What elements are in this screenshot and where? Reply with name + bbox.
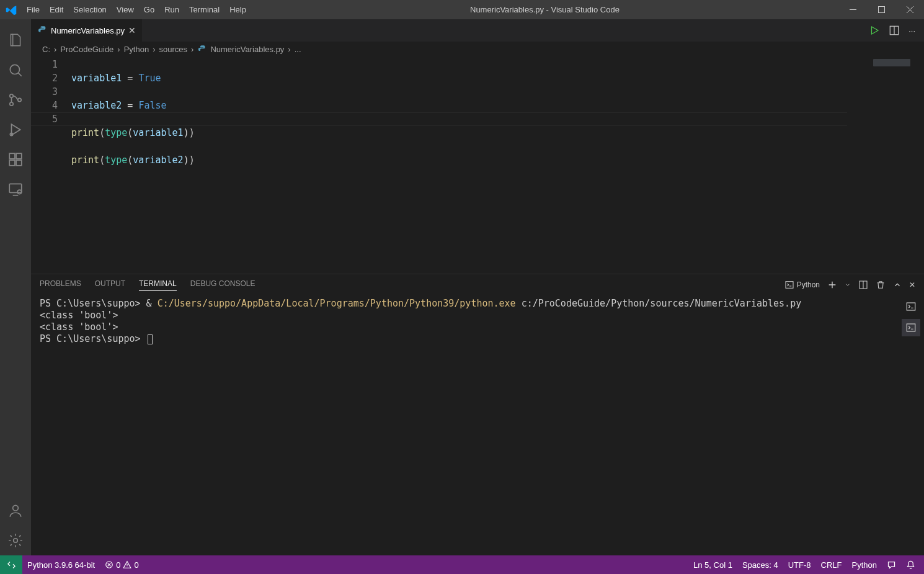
kill-terminal-icon[interactable]: [876, 280, 886, 290]
panel-tab-problems[interactable]: Problems: [40, 279, 81, 290]
panel-tab-output[interactable]: Output: [95, 279, 125, 290]
code-token: True: [138, 73, 161, 84]
svg-point-15: [40, 27, 41, 28]
breadcrumb-more[interactable]: ...: [295, 45, 301, 54]
menu-help[interactable]: Help: [224, 0, 251, 19]
menu-edit[interactable]: Edit: [45, 0, 68, 19]
line-numbers: 1 2 3 4 5: [31, 56, 71, 274]
breadcrumb-drive[interactable]: C:: [42, 45, 50, 54]
breadcrumb-p1[interactable]: ProCodeGuide: [60, 45, 113, 54]
code-token: =: [122, 73, 138, 84]
term-line: <class 'bool'>: [40, 310, 118, 321]
svg-point-13: [13, 505, 19, 511]
code-token: type: [105, 155, 127, 166]
svg-rect-9: [16, 160, 22, 166]
split-terminal-icon[interactable]: [858, 280, 868, 290]
close-button[interactable]: [895, 0, 924, 19]
panel-tab-terminal[interactable]: Terminal: [139, 279, 177, 291]
chevron-right-icon: ›: [288, 45, 290, 54]
minimap[interactable]: [847, 56, 915, 274]
run-debug-icon[interactable]: [1, 115, 30, 145]
svg-rect-20: [907, 324, 915, 331]
svg-point-12: [17, 190, 22, 194]
line-number: 3: [31, 85, 58, 99]
tab-numericvariables[interactable]: NumericVariables.py ✕: [31, 19, 143, 42]
editor[interactable]: 1 2 3 4 5 variable1 = True variable2 = F…: [31, 56, 924, 274]
status-python-version[interactable]: Python 3.9.6 64-bit: [22, 560, 100, 570]
terminal-instance-icon[interactable]: [902, 319, 920, 336]
terminal-dropdown-icon[interactable]: [845, 282, 851, 288]
code-token: print: [71, 155, 99, 166]
panel-actions: Python ✕: [784, 280, 924, 290]
python-file-icon: [197, 45, 207, 54]
menu-bar: File Edit Selection View Go Run Terminal…: [22, 0, 251, 19]
source-control-icon[interactable]: [1, 85, 30, 115]
svg-rect-10: [16, 153, 22, 159]
menu-run[interactable]: Run: [159, 0, 184, 19]
svg-rect-17: [786, 282, 793, 289]
run-file-icon[interactable]: [869, 25, 880, 36]
code-token: (: [99, 127, 105, 138]
status-language-mode[interactable]: Python: [847, 560, 882, 570]
tab-close-icon[interactable]: ✕: [128, 25, 136, 35]
remote-explorer-icon[interactable]: [1, 174, 30, 204]
settings-gear-icon[interactable]: [1, 526, 30, 555]
shell-name: Python: [797, 280, 820, 289]
extensions-icon[interactable]: [1, 145, 30, 174]
status-feedback-icon[interactable]: [882, 560, 901, 570]
code-token: (: [127, 127, 133, 138]
accounts-icon[interactable]: [1, 496, 30, 526]
tabs-row: NumericVariables.py ✕ ···: [31, 19, 924, 42]
vertical-scrollbar[interactable]: [915, 56, 924, 274]
status-eol[interactable]: CRLF: [816, 560, 847, 570]
menu-view[interactable]: View: [112, 0, 139, 19]
chevron-right-icon: ›: [54, 45, 56, 54]
close-panel-icon[interactable]: ✕: [909, 280, 915, 289]
status-bar: Python 3.9.6 64-bit 0 0 Ln 5, Col 1 Spac…: [0, 555, 924, 574]
code-token: False: [138, 100, 166, 111]
menu-terminal[interactable]: Terminal: [184, 0, 224, 19]
line-number: 4: [31, 99, 58, 112]
breadcrumb-p2[interactable]: Python: [124, 45, 149, 54]
code-content[interactable]: variable1 = True variable2 = False print…: [71, 56, 847, 274]
code-token: variable2: [133, 155, 183, 166]
terminal-output[interactable]: PS C:\Users\suppo> & C:/Users/suppo/AppD…: [31, 295, 898, 555]
chevron-right-icon: ›: [153, 45, 155, 54]
code-token: (: [99, 155, 105, 166]
new-terminal-icon[interactable]: [827, 280, 837, 290]
split-editor-icon[interactable]: [889, 25, 900, 36]
breadcrumb-p3[interactable]: sources: [159, 45, 188, 54]
maximize-button[interactable]: [867, 0, 895, 19]
term-line: PS C:\Users\suppo> & C:/Users/suppo/AppD…: [40, 298, 801, 309]
status-notifications-icon[interactable]: [901, 560, 920, 570]
menu-selection[interactable]: Selection: [68, 0, 111, 19]
panel: Problems Output Terminal Debug Console P…: [31, 274, 924, 555]
status-encoding[interactable]: UTF-8: [783, 560, 816, 570]
status-cursor-position[interactable]: Ln 5, Col 1: [688, 560, 737, 570]
terminal-tabs-sidebar: [898, 295, 924, 555]
chevron-right-icon: ›: [117, 45, 120, 54]
panel-tab-debug[interactable]: Debug Console: [190, 279, 255, 290]
status-problems[interactable]: 0 0: [100, 560, 143, 570]
status-indentation[interactable]: Spaces: 4: [737, 560, 783, 570]
breadcrumb-file[interactable]: NumericVariables.py: [210, 45, 284, 54]
more-actions-icon[interactable]: ···: [908, 26, 915, 35]
python-file-icon: [37, 25, 47, 35]
search-icon[interactable]: [1, 55, 30, 85]
maximize-panel-icon[interactable]: [893, 280, 902, 289]
menu-file[interactable]: File: [22, 0, 45, 19]
breadcrumb[interactable]: C: › ProCodeGuide › Python › sources › N…: [31, 42, 924, 56]
activity-bar: [0, 19, 31, 555]
menu-go[interactable]: Go: [139, 0, 159, 19]
window-title: NumericVariables.py - Visual Studio Code: [251, 5, 838, 14]
panel-tabs: Problems Output Terminal Debug Console P…: [31, 274, 924, 295]
remote-indicator[interactable]: [0, 555, 22, 574]
error-count: 0: [116, 560, 120, 570]
explorer-icon[interactable]: [1, 25, 30, 55]
chevron-right-icon: ›: [191, 45, 193, 54]
vscode-logo-icon: [0, 4, 22, 16]
minimize-button[interactable]: [838, 0, 867, 19]
terminal-instance-icon[interactable]: [902, 298, 920, 315]
terminal-cursor: [148, 334, 153, 344]
terminal-shell-label[interactable]: Python: [784, 280, 820, 290]
